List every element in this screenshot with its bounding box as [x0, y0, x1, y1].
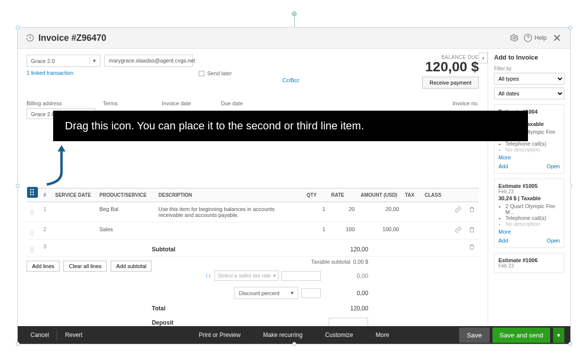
subtotal-value: 120,00 [324, 246, 368, 253]
add-subtotal-button[interactable]: Add subtotal [111, 261, 152, 272]
cancel-button[interactable]: Cancel [24, 328, 56, 342]
discount-type-select[interactable]: Discount percent▾ [234, 287, 298, 299]
customer-email-input[interactable]: marygrace.slaadas@agent.cvgs.net [104, 55, 193, 67]
amount-cell[interactable]: 100,00 [358, 222, 402, 240]
qty-cell[interactable]: 1 [304, 222, 328, 240]
filter-label: Filter by [494, 66, 564, 71]
taxable-subtotal-label: Taxable subtotal [311, 259, 350, 265]
selection-handle[interactable] [16, 26, 20, 30]
gear-icon[interactable] [510, 33, 519, 42]
table-row[interactable]: 2Sales1100100,00 [27, 222, 479, 240]
save-and-send-button[interactable]: Save and send [493, 328, 550, 343]
rate-cell[interactable]: 100 [328, 222, 358, 240]
svg-point-0 [513, 37, 516, 39]
estimate-card: Estimate #1006Feb 23 [494, 253, 564, 273]
selection-handle[interactable] [568, 26, 572, 30]
arrow-annotation [37, 143, 71, 192]
class-cell[interactable] [422, 222, 451, 240]
selection-handle[interactable] [568, 342, 572, 346]
selection-rot-line [294, 15, 295, 28]
sales-tax-select[interactable]: Select a sales tax rate ▾ [215, 271, 279, 281]
revert-button[interactable]: Revert [58, 328, 89, 342]
card-open[interactable]: Open [547, 238, 560, 243]
print-button[interactable]: Print or Preview [192, 328, 248, 342]
qty-cell[interactable]: 1 [304, 202, 328, 222]
header-bar: Invoice #Z96470 Help [18, 28, 570, 49]
trash-icon[interactable] [468, 243, 475, 250]
page-title: Invoice #Z96470 [38, 33, 106, 43]
selection-handle[interactable] [292, 342, 296, 346]
ccbcc-link[interactable]: Cc/Bcc [282, 77, 300, 83]
service-date-cell[interactable] [52, 222, 96, 240]
trash-icon[interactable] [468, 226, 475, 233]
card-open[interactable]: Open [547, 163, 560, 169]
more-button[interactable]: More [369, 328, 396, 342]
link-icon[interactable] [455, 226, 462, 233]
link-icon[interactable] [455, 206, 462, 213]
receive-payment-button[interactable]: Receive payment [422, 77, 479, 89]
description-cell[interactable]: Use this item for beginning balances in … [155, 202, 304, 222]
close-icon[interactable] [552, 32, 562, 43]
help-button[interactable]: Help [524, 33, 547, 42]
filter-types-select[interactable]: All types [494, 73, 564, 85]
sales-tax-value: 0,00 [324, 273, 368, 279]
filter-dates-select[interactable]: All dates [494, 88, 564, 99]
terms-label: Terms [103, 100, 162, 106]
amount-cell[interactable]: 20,00 [358, 202, 402, 222]
class-cell[interactable] [422, 240, 451, 257]
send-later-checkbox[interactable]: Send later [199, 70, 287, 76]
drag-handle-icon[interactable] [31, 247, 33, 252]
drag-handle-icon[interactable] [31, 210, 33, 215]
history-icon[interactable] [26, 33, 34, 42]
table-row[interactable]: 1Beg BalUse this item for beginning bala… [27, 202, 479, 222]
tax-cell[interactable] [402, 202, 422, 222]
deposit-input[interactable] [329, 318, 368, 326]
checkbox-icon [199, 71, 204, 76]
product-service-cell[interactable]: Sales [96, 222, 155, 240]
swap-icon[interactable] [205, 273, 212, 279]
selection-handle[interactable] [16, 342, 20, 346]
product-service-cell[interactable]: Beg Bal [96, 202, 155, 222]
sidebar-toggle[interactable]: › [479, 53, 488, 63]
card-amount: 30,24 $ | Taxable [498, 195, 560, 201]
tax-cell[interactable] [402, 240, 422, 257]
card-add[interactable]: Add [498, 238, 508, 243]
sales-tax-input[interactable] [281, 271, 321, 281]
due-date-label: Due date [221, 100, 280, 106]
chevron-down-icon: ▾ [90, 58, 96, 64]
selection-rotate-handle[interactable] [292, 11, 297, 16]
taxable-subtotal-value: 0,00 $ [353, 259, 369, 265]
chevron-right-icon: › [482, 55, 484, 61]
service-date-cell[interactable] [52, 240, 96, 257]
card-add[interactable]: Add [498, 163, 508, 169]
drag-handle-highlight[interactable] [27, 187, 38, 198]
discount-input[interactable] [301, 288, 321, 298]
rate-cell[interactable]: 20 [328, 202, 358, 222]
class-cell[interactable] [422, 202, 451, 222]
drag-handle-icon[interactable] [31, 230, 33, 235]
tax-cell[interactable] [402, 222, 422, 240]
save-and-send-dropdown[interactable]: ▾ [553, 328, 564, 343]
save-button[interactable]: Save [459, 328, 490, 343]
card-title: Estimate #1005 [498, 183, 560, 189]
service-date-cell[interactable] [52, 202, 96, 222]
row-number: 3 [37, 240, 52, 257]
make-recurring-button[interactable]: Make recurring [256, 328, 309, 342]
card-date: Feb 23 [498, 263, 560, 269]
customer-select[interactable]: Grace 2.0 ▾ [27, 55, 100, 67]
linked-transaction-link[interactable]: 1 linked transaction [27, 70, 193, 76]
deposit-label: Deposit [152, 319, 173, 326]
customize-button[interactable]: Customize [318, 328, 360, 342]
invoice-window: Invoice #Z96470 Help Grace 2.0 ▾ marygra [17, 27, 571, 344]
add-lines-button[interactable]: Add lines [27, 261, 60, 272]
clear-lines-button[interactable]: Clear all lines [63, 261, 107, 272]
card-more[interactable]: More [498, 154, 511, 160]
help-icon [524, 33, 532, 42]
card-more[interactable]: More [498, 229, 511, 235]
product-service-cell[interactable] [96, 240, 155, 257]
trash-icon[interactable] [468, 206, 475, 213]
subtotal-label: Subtotal [152, 246, 175, 253]
row-number: 1 [37, 202, 52, 222]
description-cell[interactable] [155, 222, 304, 240]
balance-due-amount: 120,00 $ [422, 60, 479, 74]
